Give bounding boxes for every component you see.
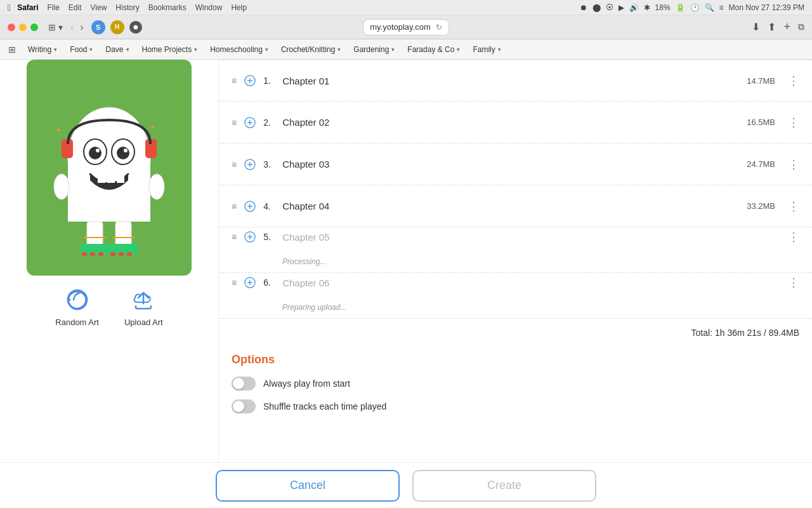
time-display: Mon Nov 27 12:39 PM xyxy=(729,3,804,12)
maximize-button[interactable] xyxy=(30,23,38,31)
always-play-toggle[interactable] xyxy=(232,377,256,391)
svg-rect-21 xyxy=(98,252,103,256)
history-menu[interactable]: History xyxy=(115,3,139,12)
track-size: 24.7MB xyxy=(747,159,775,169)
safari-menu[interactable]: Safari xyxy=(17,3,38,12)
track-number: 1. xyxy=(263,76,275,86)
svg-rect-16 xyxy=(115,222,131,247)
address-bar[interactable]: my.yotoplay.com ↻ xyxy=(363,19,449,36)
bookmarks-bar: ⊞ Writing ▾ Food ▾ Dave ▾ Home Projects … xyxy=(0,39,812,60)
track-title: Chapter 02 xyxy=(282,117,739,128)
bookmark-home-projects[interactable]: Home Projects ▾ xyxy=(137,43,203,56)
track-size: 33.2MB xyxy=(747,201,775,211)
track-size: 14.7MB xyxy=(747,76,775,86)
left-panel: ✦ ✦ xyxy=(0,60,219,508)
track-row: ≡ 5. Chapter 05 ⋮ Processing... xyxy=(219,227,812,273)
reload-icon[interactable]: ↻ xyxy=(436,23,442,32)
forward-button[interactable]: › xyxy=(77,20,86,34)
drag-handle-icon[interactable]: ≡ xyxy=(232,76,237,86)
apps-grid-icon[interactable]: ⊞ xyxy=(6,44,18,55)
drag-handle-icon[interactable]: ≡ xyxy=(232,117,237,128)
drag-handle-icon[interactable]: ≡ xyxy=(232,232,237,242)
minimize-button[interactable] xyxy=(19,23,27,31)
track-title: Chapter 01 xyxy=(282,76,739,86)
track-more-icon[interactable]: ⋮ xyxy=(788,276,799,290)
file-menu[interactable]: File xyxy=(47,3,59,12)
add-track-icon[interactable] xyxy=(244,231,256,243)
track-more-icon[interactable]: ⋮ xyxy=(788,199,799,213)
back-button[interactable]: ‹ xyxy=(68,20,76,34)
sysbar-icons: ⏺ ⬤ ⦿ ▶ 🔊 ✱ 18% 🔋 🕐 🔍 ≡ Mon Nov 27 12:39… xyxy=(580,3,804,12)
track-more-icon[interactable]: ⋮ xyxy=(788,74,799,88)
window-menu[interactable]: Window xyxy=(195,3,223,12)
chevron-down-icon: ▾ xyxy=(265,46,268,53)
track-list: ≡ 1. Chapter 01 14.7MB ⋮ ≡ 2. Chapter 02… xyxy=(219,60,812,319)
svg-point-4 xyxy=(89,147,102,159)
new-tab-icon[interactable]: + xyxy=(783,20,790,34)
chevron-down-icon: ▾ xyxy=(498,46,501,53)
share-icon[interactable]: ⬆ xyxy=(768,21,776,33)
bookmark-crochet[interactable]: Crochet/Knitting ▾ xyxy=(276,43,346,56)
create-button: Create xyxy=(412,470,596,502)
options-title: Options xyxy=(232,353,799,366)
record-icon: ⏺ xyxy=(580,3,587,12)
svg-rect-15 xyxy=(87,222,103,247)
view-menu[interactable]: View xyxy=(91,3,107,12)
bottom-bar: Cancel Create xyxy=(0,462,812,508)
close-button[interactable] xyxy=(8,23,15,31)
bookmark-gardening[interactable]: Gardening ▾ xyxy=(348,43,400,56)
options-section: Options Always play from start Shuffle t… xyxy=(219,347,812,435)
svg-rect-9 xyxy=(107,174,115,183)
drag-handle-icon[interactable]: ≡ xyxy=(232,201,237,211)
bookmark-faraday[interactable]: Faraday & Co ▾ xyxy=(402,43,465,56)
add-track-icon[interactable] xyxy=(244,117,256,128)
help-menu[interactable]: Help xyxy=(231,3,247,12)
bookmark-faraday-label: Faraday & Co xyxy=(407,45,454,54)
tab-overview-icon[interactable]: ⧉ xyxy=(798,22,804,32)
svg-point-5 xyxy=(117,147,129,159)
cancel-button[interactable]: Cancel xyxy=(216,470,400,502)
svg-point-14 xyxy=(149,174,164,199)
bookmark-gardening-label: Gardening xyxy=(353,45,389,54)
track-more-icon[interactable]: ⋮ xyxy=(788,116,799,130)
bookmark-homeschooling[interactable]: Homeschooling ▾ xyxy=(205,43,273,56)
track-number: 3. xyxy=(263,159,275,170)
search-icon[interactable]: 🔍 xyxy=(705,3,714,12)
track-preparing-status: Preparing upload... xyxy=(232,303,799,316)
control-center-icon[interactable]: ≡ xyxy=(719,3,724,12)
track-more-icon[interactable]: ⋮ xyxy=(788,230,799,244)
upload-art-icon xyxy=(129,286,157,314)
add-track-icon[interactable] xyxy=(244,75,256,86)
add-track-icon[interactable] xyxy=(244,201,256,212)
svg-text:✦: ✦ xyxy=(150,124,155,131)
track-more-icon[interactable]: ⋮ xyxy=(788,157,799,171)
random-art-icon xyxy=(63,286,91,314)
toolbar-right: ⬇ ⬆ + ⧉ xyxy=(752,20,804,34)
drag-handle-icon[interactable]: ≡ xyxy=(232,159,237,170)
bookmark-dave[interactable]: Dave ▾ xyxy=(100,43,134,56)
add-track-icon[interactable] xyxy=(244,277,256,288)
sidebar-toggle[interactable]: ⊞ ▾ xyxy=(48,22,63,32)
upload-art-button[interactable]: Upload Art xyxy=(124,286,163,327)
upload-art-label: Upload Art xyxy=(124,318,163,327)
track-row: ≡ 6. Chapter 06 ⋮ Preparing upload... xyxy=(219,273,812,319)
track-number: 2. xyxy=(263,117,275,128)
apple-icon[interactable]:  xyxy=(8,3,11,13)
drag-handle-icon[interactable]: ≡ xyxy=(232,277,237,288)
random-art-button[interactable]: Random Art xyxy=(55,286,99,327)
right-panel[interactable]: ≡ 1. Chapter 01 14.7MB ⋮ ≡ 2. Chapter 02… xyxy=(219,60,812,508)
download-icon[interactable]: ⬇ xyxy=(752,21,760,33)
shuffle-label: Shuffle tracks each time played xyxy=(263,401,386,411)
shuffle-toggle[interactable] xyxy=(232,399,256,413)
chevron-down-icon: ▾ xyxy=(89,46,93,53)
svg-rect-8 xyxy=(98,174,105,183)
bookmark-family[interactable]: Family ▾ xyxy=(468,43,506,56)
bookmark-dave-label: Dave xyxy=(105,45,123,54)
add-track-icon[interactable] xyxy=(244,159,256,170)
bookmarks-menu[interactable]: Bookmarks xyxy=(148,3,187,12)
bookmark-writing[interactable]: Writing ▾ xyxy=(23,43,62,56)
svg-rect-10 xyxy=(117,174,124,183)
bookmark-food[interactable]: Food ▾ xyxy=(65,43,98,56)
edit-menu[interactable]: Edit xyxy=(69,3,82,12)
lastpass-icon: ⬤ xyxy=(593,3,601,12)
